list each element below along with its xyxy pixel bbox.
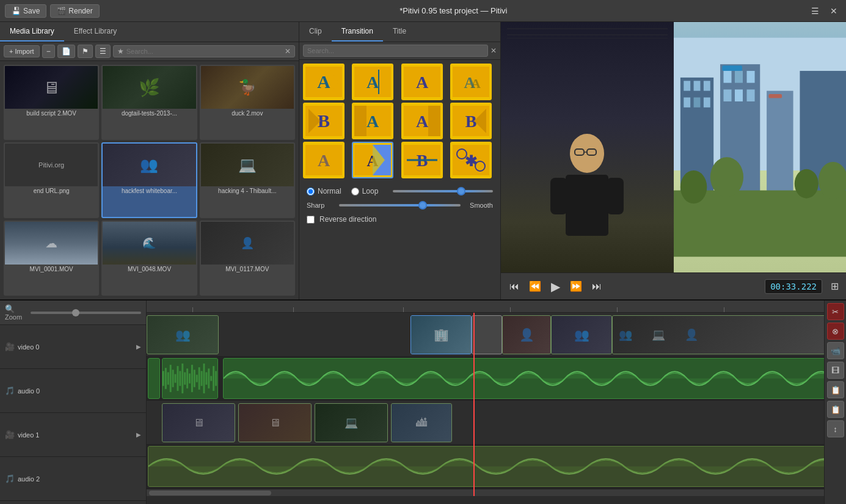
- clip-thumbnail: 🖥: [162, 404, 235, 442]
- transition-item-11[interactable]: B: [401, 142, 443, 178]
- list-item[interactable]: 🦆 duck 2.mov: [200, 65, 295, 140]
- track-expand-video1[interactable]: ▶: [136, 431, 141, 438]
- resize-button[interactable]: ↕: [827, 420, 844, 437]
- media-thumb: 🌿: [103, 66, 195, 109]
- clip-block[interactable]: 💻: [315, 403, 388, 442]
- audio-clip-3[interactable]: /* waveform approximated with pattern */: [223, 358, 824, 399]
- transition-item-12[interactable]: ✱: [450, 142, 492, 178]
- clip-block[interactable]: 👥: [551, 315, 612, 354]
- skip-start-button[interactable]: ⏮: [506, 279, 523, 294]
- list-item[interactable]: 💻 hacking 4 - Thibault...: [200, 142, 295, 217]
- clip-block[interactable]: 👥 💻 👤: [612, 315, 824, 354]
- list-item[interactable]: ☁ MVI_0001.MOV: [4, 221, 99, 296]
- svg-text:A: A: [366, 112, 379, 131]
- center-panel: Clip Transition Title ✕ A A: [299, 22, 501, 299]
- list-item[interactable]: Pitivi.org end URL.png: [4, 142, 99, 217]
- playmode-slider[interactable]: [393, 190, 493, 192]
- search-box: ★ ✕: [113, 45, 295, 57]
- clip-thumbnail: 👥 💻 👤: [613, 316, 824, 354]
- list-item[interactable]: 🌊 MVI_0048.MOV: [101, 221, 197, 296]
- transport-bar: ⏮ ⏪ ▶ ⏩ ⏭ 00:33.222 ⊞: [501, 272, 846, 299]
- zoom-slider[interactable]: [31, 312, 141, 314]
- properties-button[interactable]: 📄: [57, 45, 75, 58]
- filter-button[interactable]: ⚑: [78, 45, 93, 58]
- tab-clip[interactable]: Clip: [299, 22, 332, 42]
- loop-radio[interactable]: [351, 188, 359, 195]
- unlink-button[interactable]: ⊗: [827, 323, 844, 340]
- import-button[interactable]: + Import: [4, 45, 40, 57]
- clip-block[interactable]: 👤: [502, 315, 551, 354]
- clip-block[interactable]: 🖥: [238, 403, 312, 442]
- reverse-checkbox[interactable]: [307, 216, 315, 224]
- svg-rect-48: [684, 98, 690, 108]
- fast-forward-button[interactable]: ⏩: [566, 278, 586, 294]
- tab-media-library[interactable]: Media Library: [0, 22, 64, 42]
- transition-item-5[interactable]: B: [303, 103, 345, 139]
- transition-item-8[interactable]: B: [450, 103, 492, 139]
- media-thumb: 💻: [201, 144, 294, 186]
- search-input[interactable]: [126, 48, 285, 55]
- tab-title[interactable]: Title: [383, 22, 416, 42]
- tab-transition[interactable]: Transition: [332, 22, 383, 42]
- transition-item-1[interactable]: A: [303, 64, 345, 100]
- track-lane-audio0[interactable]: /* waveform approximated with pattern */: [147, 357, 824, 401]
- list-item[interactable]: 🖥 build script 2.MOV: [4, 65, 99, 140]
- transition-item-10[interactable]: A: [352, 142, 393, 178]
- audio2-clip[interactable]: [148, 446, 824, 487]
- list-item[interactable]: 🌿 dogtail-tests-2013-...: [101, 65, 197, 140]
- list-item[interactable]: 👤 MVI_0117.MOV: [200, 221, 295, 296]
- timeline-scrollbar[interactable]: [147, 489, 824, 496]
- clip-block[interactable]: 🏙: [391, 403, 452, 442]
- transition-search-input[interactable]: [303, 45, 488, 57]
- transition-item-4[interactable]: A A: [450, 64, 492, 100]
- delete-button[interactable]: ✂: [827, 303, 844, 320]
- list-item[interactable]: 👥 hackfest whiteboar...: [101, 142, 197, 217]
- audio-clip-1[interactable]: [148, 358, 160, 399]
- pip-button[interactable]: ⊞: [828, 278, 841, 294]
- skip-end-button[interactable]: ⏭: [588, 279, 605, 294]
- track-lane-video1[interactable]: 🖥 🖥 💻 🏙: [147, 401, 824, 445]
- rewind-button[interactable]: ⏪: [525, 278, 545, 294]
- save-button[interactable]: 💾 Save: [5, 4, 46, 18]
- list-view-button[interactable]: ☰: [95, 45, 111, 58]
- svg-rect-41: [550, 178, 567, 214]
- render-button[interactable]: 🎬 Render: [50, 4, 99, 18]
- audio-clip-2[interactable]: [162, 358, 218, 399]
- media-item-label: MVI_0117.MOV: [201, 265, 294, 274]
- svg-rect-73: [172, 370, 174, 387]
- transition-item-9[interactable]: A: [303, 142, 345, 178]
- transition-item-6[interactable]: A: [352, 103, 393, 139]
- loop-radio-label[interactable]: Loop: [351, 187, 379, 195]
- paste-button[interactable]: 📋: [827, 401, 844, 418]
- track-lane-audio2[interactable]: [147, 445, 824, 489]
- ungroup-button[interactable]: 🎞: [827, 362, 844, 379]
- remove-button[interactable]: −: [42, 45, 55, 58]
- group-button[interactable]: 📹: [827, 342, 844, 359]
- track-lane-video0[interactable]: 👥 🏢 👤: [147, 313, 824, 357]
- svg-rect-66: [768, 94, 782, 98]
- track-expand-video0[interactable]: ▶: [136, 343, 141, 350]
- transition-item-2[interactable]: A: [352, 64, 393, 100]
- transition-icon-2: A: [354, 67, 391, 97]
- clip-block[interactable]: 👥: [147, 315, 219, 354]
- transition-icon-4: A A: [453, 67, 489, 97]
- svg-rect-88: [208, 368, 210, 389]
- clear-search-icon[interactable]: ✕: [285, 47, 291, 56]
- clip-block[interactable]: 🖥: [162, 403, 235, 442]
- timecode[interactable]: 00:33.222: [765, 279, 822, 294]
- scrollbar-thumb[interactable]: [149, 491, 271, 495]
- close-button[interactable]: ✕: [826, 5, 841, 17]
- copy-button[interactable]: 📋: [827, 381, 844, 398]
- sharpsmooth-slider[interactable]: [339, 204, 461, 206]
- normal-radio[interactable]: [307, 188, 315, 195]
- transition-item-7[interactable]: A: [401, 103, 443, 139]
- clear-trans-search-icon[interactable]: ✕: [490, 46, 497, 55]
- normal-radio-label[interactable]: Normal: [307, 187, 341, 195]
- transition-item-3[interactable]: A: [401, 64, 443, 100]
- play-button[interactable]: ▶: [547, 277, 564, 296]
- timeline-tracks[interactable]: 00:20 00:25 00:30 00:35 00:40: [147, 301, 824, 504]
- clip-block[interactable]: 🏢: [410, 315, 472, 354]
- menu-button[interactable]: ☰: [808, 5, 823, 17]
- tab-effect-library[interactable]: Effect Library: [64, 22, 126, 42]
- clip-thumbnail: 🏙: [392, 404, 451, 442]
